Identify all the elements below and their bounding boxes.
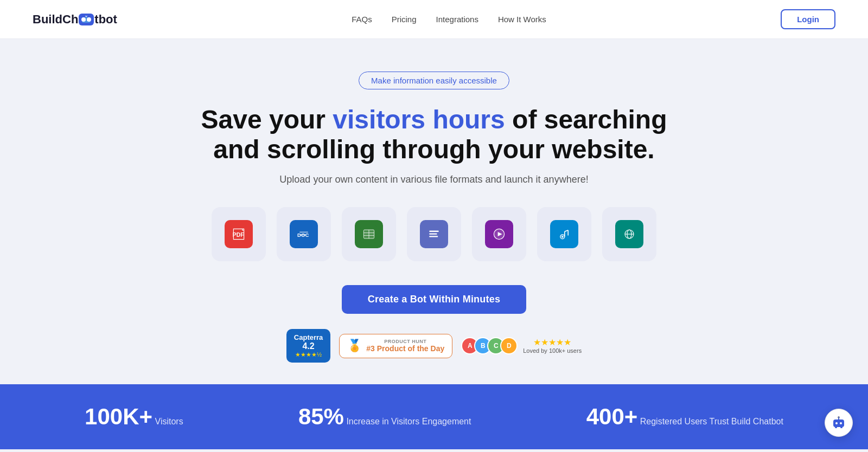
cta-section: Create a Bot Within Minutes Capterra 4.2… xyxy=(11,285,857,363)
svg-text:PDF: PDF xyxy=(233,232,244,238)
users-label: Loved by 100k+ users xyxy=(523,347,582,354)
stat-engagement-number: 85% xyxy=(298,404,344,429)
svg-rect-19 xyxy=(429,236,438,237)
svg-point-34 xyxy=(835,422,838,424)
file-icon-mp3 xyxy=(537,207,591,261)
stat-users: 400+ Registered Users Trust Build Chatbo… xyxy=(586,404,783,430)
hero-section: Make information easily accessible Save … xyxy=(0,39,868,384)
stat-visitors-number: 100K+ xyxy=(85,404,152,429)
svg-rect-38 xyxy=(835,427,837,428)
avatar-4: D xyxy=(500,337,518,354)
svg-rect-9 xyxy=(299,232,308,233)
nav-faqs[interactable]: FAQs xyxy=(352,15,372,24)
nav: FAQs Pricing Integrations How It Works xyxy=(352,15,546,24)
users-info: ★★★★★ Loved by 100k+ users xyxy=(523,337,582,354)
hero-title-before: Save your xyxy=(201,105,333,134)
logo[interactable]: BuildCh tbot xyxy=(33,12,117,27)
stat-engagement-label: Increase in Visitors Engagement xyxy=(346,417,471,426)
stat-users-number: 400+ xyxy=(586,404,638,429)
svg-point-1 xyxy=(84,19,86,21)
producthunt-text: PRODUCT HUNT #3 Product of the Day xyxy=(366,339,444,354)
tagline-pill: Make information easily accessible xyxy=(359,72,509,89)
capterra-stars: ★★★★½ xyxy=(294,351,323,358)
logo-robot-icon xyxy=(79,14,94,25)
svg-point-35 xyxy=(840,422,842,424)
user-reviews-badge[interactable]: A B C D ★★★★★ Loved by 100k+ users xyxy=(461,337,582,354)
chat-bot-fab[interactable] xyxy=(825,409,853,437)
svg-rect-17 xyxy=(429,231,439,232)
user-avatars: A B C D xyxy=(461,337,518,354)
nav-integrations[interactable]: Integrations xyxy=(436,15,478,24)
medal-icon: 🏅 xyxy=(347,339,362,353)
svg-point-2 xyxy=(87,19,89,21)
badges-row: Capterra 4.2 ★★★★½ 🏅 PRODUCT HUNT #3 Pro… xyxy=(286,329,582,363)
hero-subtitle: Upload your own content in various file … xyxy=(11,174,857,185)
capterra-badge[interactable]: Capterra 4.2 ★★★★½ xyxy=(286,329,330,363)
stat-engagement: 85% Increase in Visitors Engagement xyxy=(298,404,471,430)
logo-text-before: BuildCh xyxy=(33,12,78,27)
nav-pricing[interactable]: Pricing xyxy=(392,15,417,24)
svg-point-37 xyxy=(838,417,840,418)
svg-rect-33 xyxy=(833,419,844,427)
svg-rect-39 xyxy=(840,427,843,428)
producthunt-badge[interactable]: 🏅 PRODUCT HUNT #3 Product of the Day xyxy=(339,334,452,359)
file-icon-txt xyxy=(407,207,461,261)
file-icon-url xyxy=(602,207,656,261)
file-formats-row: PDF DOC xyxy=(11,207,857,261)
users-stars: ★★★★★ xyxy=(523,337,582,347)
nav-how-it-works[interactable]: How It Works xyxy=(498,15,546,24)
stat-visitors-label: Visitors xyxy=(155,417,183,426)
svg-rect-0 xyxy=(82,17,91,23)
capterra-logo-text: Capterra xyxy=(294,333,323,341)
svg-point-25 xyxy=(561,236,563,238)
hero-title: Save your visitors hours of searching an… xyxy=(190,105,678,164)
svg-rect-18 xyxy=(429,234,437,235)
logo-text-after: tbot xyxy=(94,12,117,27)
create-bot-button[interactable]: Create a Bot Within Minutes xyxy=(342,285,526,314)
file-icon-pdf: PDF xyxy=(212,207,266,261)
capterra-score: 4.2 xyxy=(294,341,323,351)
stat-users-label: Registered Users Trust Build Chatbot xyxy=(640,417,783,426)
svg-point-4 xyxy=(86,16,87,17)
hero-title-highlight: visitors hours xyxy=(333,105,505,134)
chatbot-icon xyxy=(831,415,846,430)
login-button[interactable]: Login xyxy=(781,9,835,29)
stats-bar: 100K+ Visitors 85% Increase in Visitors … xyxy=(0,384,868,449)
header: BuildCh tbot FAQs Pricing Integrations H… xyxy=(0,0,868,39)
file-icon-doc: DOC xyxy=(277,207,331,261)
file-icon-mp4 xyxy=(472,207,526,261)
file-icon-sheet xyxy=(342,207,396,261)
stat-visitors: 100K+ Visitors xyxy=(85,404,183,430)
svg-rect-10 xyxy=(299,234,306,235)
